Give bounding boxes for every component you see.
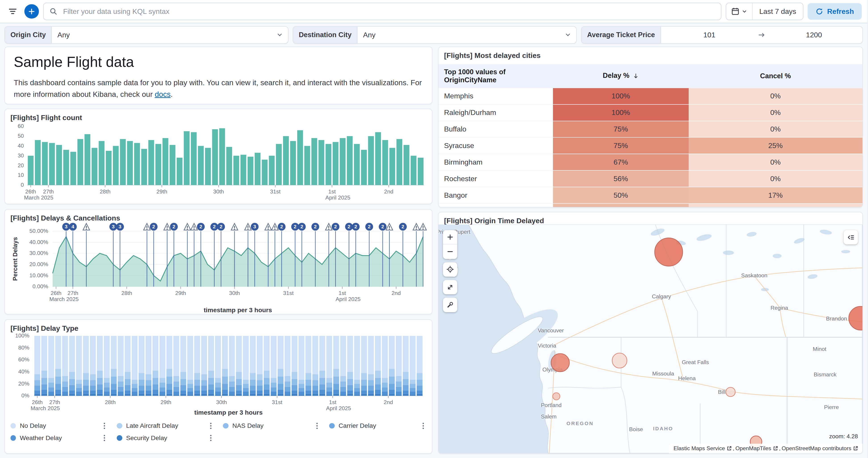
map-origin-circle[interactable] (551, 353, 569, 372)
bar[interactable] (297, 130, 303, 185)
bar[interactable] (255, 153, 260, 185)
bar-segment[interactable] (375, 385, 381, 390)
delays-cancellations-chart[interactable]: 0.00%10.00%20.00%30.00%40.00%50.00%Perce… (10, 222, 428, 314)
bar-segment[interactable] (41, 336, 47, 371)
bar[interactable] (35, 140, 41, 185)
bar-segment[interactable] (389, 394, 395, 396)
bar-segment[interactable] (347, 394, 353, 396)
bar-segment[interactable] (354, 392, 360, 395)
bar-segment[interactable] (111, 376, 117, 384)
bar-segment[interactable] (299, 388, 304, 392)
bar-segment[interactable] (340, 336, 346, 376)
bar-segment[interactable] (229, 376, 235, 381)
bar-segment[interactable] (250, 373, 255, 379)
bar-segment[interactable] (243, 384, 249, 388)
bar-segment[interactable] (243, 392, 249, 395)
bar-segment[interactable] (340, 376, 346, 381)
bar-segment[interactable] (299, 384, 304, 388)
legend-item-menu-button[interactable] (208, 422, 214, 430)
bar-segment[interactable] (368, 336, 374, 374)
legend-item-menu-button[interactable] (101, 422, 108, 430)
bar[interactable] (382, 140, 388, 185)
legend-item[interactable]: Carrier Delay (329, 420, 426, 431)
bar[interactable] (226, 147, 232, 185)
bar-segment[interactable] (69, 336, 75, 372)
delay-type-chart[interactable]: 0%20%40%60%80%100%26thMarch 202527th28th… (10, 333, 428, 417)
legend-item[interactable]: Security Delay (117, 432, 214, 444)
bar-segment[interactable] (229, 395, 235, 396)
bar-segment[interactable] (410, 395, 415, 396)
bar-segment[interactable] (138, 380, 145, 386)
bar-segment[interactable] (236, 394, 242, 396)
bar-segment[interactable] (389, 384, 395, 390)
bar-segment[interactable] (215, 395, 221, 396)
bar-segment[interactable] (284, 387, 290, 392)
bar-segment[interactable] (382, 378, 388, 383)
bar-segment[interactable] (354, 336, 360, 380)
bar-segment[interactable] (208, 371, 214, 378)
bar-segment[interactable] (277, 369, 283, 376)
bar[interactable] (91, 148, 97, 185)
bar-segment[interactable] (319, 385, 325, 390)
bar-segment[interactable] (354, 395, 360, 396)
bar-segment[interactable] (104, 392, 110, 395)
panel-title-delays[interactable]: [Flights] Delays & Cancellations (5, 210, 432, 222)
bar-segment[interactable] (138, 373, 145, 379)
bar-segment[interactable] (312, 380, 318, 386)
bar-segment[interactable] (83, 373, 89, 379)
bar-segment[interactable] (132, 384, 137, 388)
bar-segment[interactable] (104, 336, 110, 378)
bar-segment[interactable] (299, 336, 304, 380)
bar-segment[interactable] (180, 391, 186, 394)
bar-segment[interactable] (243, 395, 249, 396)
bar-segment[interactable] (146, 336, 151, 374)
bar-segment[interactable] (62, 336, 68, 376)
bar-segment[interactable] (90, 394, 96, 396)
bar-segment[interactable] (347, 391, 353, 394)
bar-segment[interactable] (312, 394, 318, 396)
bar-segment[interactable] (382, 395, 388, 396)
bar[interactable] (42, 142, 48, 185)
bar[interactable] (127, 141, 133, 185)
bar-segment[interactable] (299, 392, 304, 395)
bar-segment[interactable] (153, 378, 158, 385)
bar-segment[interactable] (111, 394, 117, 396)
bar-segment[interactable] (173, 381, 179, 387)
bar-segment[interactable] (257, 394, 262, 396)
bar-segment[interactable] (97, 390, 103, 394)
bar-segment[interactable] (125, 385, 130, 391)
bar-segment[interactable] (319, 390, 325, 394)
bar-segment[interactable] (403, 336, 408, 372)
bar-segment[interactable] (305, 373, 311, 379)
docs-link[interactable]: docs (155, 90, 170, 98)
bar-segment[interactable] (347, 372, 353, 379)
bar[interactable] (141, 149, 147, 185)
bar-segment[interactable] (354, 384, 360, 388)
bar-segment[interactable] (173, 376, 179, 381)
bar-segment[interactable] (403, 372, 408, 379)
bar-segment[interactable] (375, 378, 381, 385)
bar-segment[interactable] (138, 394, 145, 396)
bar-segment[interactable] (76, 395, 82, 396)
bar-segment[interactable] (222, 336, 228, 369)
bar-segment[interactable] (277, 376, 283, 384)
bar-segment[interactable] (187, 395, 193, 396)
bar[interactable] (113, 146, 119, 185)
bar-segment[interactable] (229, 392, 235, 395)
bar[interactable] (397, 139, 402, 185)
bar-segment[interactable] (277, 390, 283, 394)
delay-type-bars[interactable] (34, 336, 422, 396)
bar[interactable] (106, 151, 112, 185)
legend-item-menu-button[interactable] (420, 422, 427, 430)
legend-item-menu-button[interactable] (208, 434, 214, 442)
bar-segment[interactable] (69, 394, 75, 396)
bar-segment[interactable] (250, 386, 255, 390)
bar-segment[interactable] (201, 380, 207, 386)
bar-segment[interactable] (111, 384, 117, 390)
bar-segment[interactable] (48, 395, 54, 396)
bar-segment[interactable] (416, 386, 422, 390)
bar-segment[interactable] (97, 371, 103, 378)
bar-segment[interactable] (257, 391, 262, 394)
bar-segment[interactable] (153, 336, 158, 371)
bar-segment[interactable] (146, 394, 151, 396)
